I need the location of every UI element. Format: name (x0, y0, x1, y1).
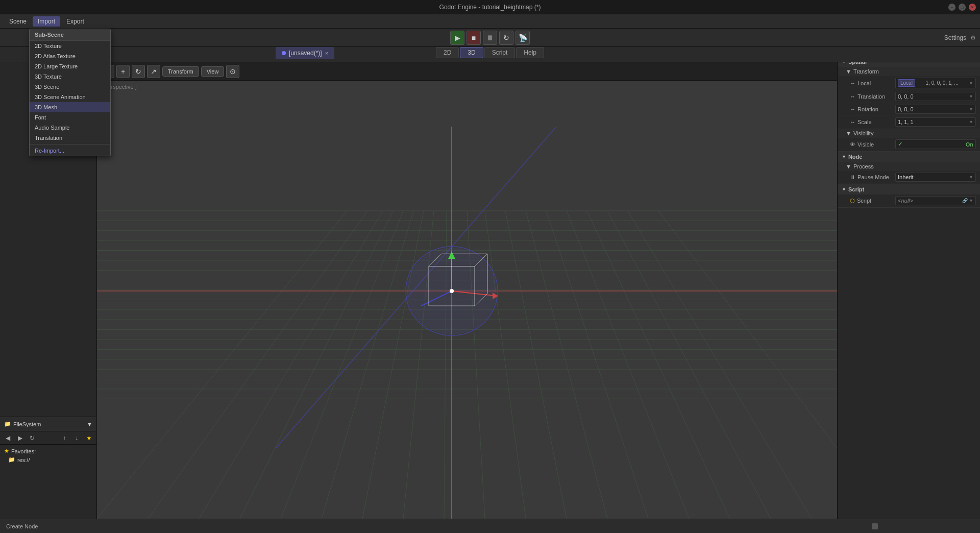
dropdown-2d-texture[interactable]: 2D Texture (30, 41, 110, 51)
translation-value[interactable]: 0, 0, 0 ▼ (895, 92, 976, 101)
node-section-header[interactable]: ▼ Node (838, 152, 980, 162)
pause-mode-expand-icon[interactable]: ▼ (969, 175, 973, 180)
pause-mode-value-text: Inherit (898, 174, 914, 180)
dropdown-divider (30, 144, 110, 144)
translation-label: ↔ Translation (850, 93, 893, 100)
scale-expand-icon[interactable]: ▼ (969, 119, 973, 125)
transform-button[interactable]: Transform (162, 66, 199, 77)
pause-button[interactable]: ⏸ (483, 31, 497, 45)
local-badge: Local (898, 79, 915, 87)
restore-button[interactable]: □ (959, 4, 966, 11)
pause-mode-prop-row: ⏸ Pause Mode Inherit ▼ (838, 171, 980, 184)
local-expand-icon[interactable]: ▼ (969, 81, 973, 86)
script-link-icon[interactable]: 🔗 (962, 198, 968, 203)
mode-help[interactable]: Help (516, 47, 544, 58)
script-value-text: <null> (898, 198, 913, 204)
fs-back-btn[interactable]: ◀ (2, 432, 13, 444)
transform-label: Transform (853, 68, 879, 75)
visible-on-icon: ✓ (898, 141, 902, 148)
translation-expand-icon[interactable]: ▼ (969, 94, 973, 99)
script-prop-icon: ⬡ (850, 198, 855, 204)
visible-label: 👁 Visible (850, 141, 893, 148)
dropdown-3d-scene[interactable]: 3D Scene (30, 82, 110, 92)
settings-icon[interactable]: ⚙ (970, 34, 976, 41)
node-section: ▼ Node ▼ Process ⏸ Pause Mode Inherit ▼ (838, 152, 980, 184)
view-button[interactable]: View (201, 66, 225, 77)
fs-nav-down-btn[interactable]: ↓ (71, 432, 82, 444)
minimize-button[interactable]: − (948, 4, 955, 11)
folder-icon: 📁 (8, 456, 15, 463)
fs-toolbar: ◀ ▶ ↻ ↑ ↓ ★ (0, 431, 96, 445)
fs-favorites-btn[interactable]: ★ (83, 432, 94, 444)
rotation-prop-row: ↔ Rotation 0, 0, 0 ▼ (838, 103, 980, 116)
dropdown-2d-atlas-texture[interactable]: 2D Atlas Texture (30, 51, 110, 61)
script-expand-icon[interactable]: ▼ (969, 198, 973, 203)
window-title: Godot Engine - tutorial_heightmap (*) (439, 4, 541, 11)
local-value[interactable]: Local 1, 0, 0, 0, 1, ... ▼ (895, 78, 976, 88)
script-section: ▼ Script ⬡ Script <null> 🔗 ▼ (838, 184, 980, 208)
svg-point-56 (450, 289, 454, 293)
dropdown-3d-texture[interactable]: 3D Texture (30, 71, 110, 82)
script-value[interactable]: <null> 🔗 ▼ (895, 196, 976, 205)
mode-script[interactable]: Script (484, 47, 516, 58)
transform-header[interactable]: ▼ Transform (838, 67, 980, 76)
fs-nav-up-btn[interactable]: ↑ (59, 432, 70, 444)
spatial-section: ▼ Spatial ▼ Transform ↔ Local Local 1, 0… (838, 57, 980, 152)
process-header[interactable]: ▼ Process (838, 162, 980, 171)
scale-value[interactable]: 1, 1, 1 ▼ (895, 117, 976, 127)
close-button[interactable]: × (969, 4, 976, 11)
favorites-star-icon: ★ (4, 448, 9, 454)
tab-close-button[interactable]: × (325, 50, 328, 56)
inspector-content: ▼ Spatial ▼ Transform ↔ Local Local 1, 0… (838, 55, 980, 533)
fs-header: 📁 FileSystem ▼ (0, 417, 96, 431)
mode-2d[interactable]: 2D (436, 47, 459, 58)
visibility-header[interactable]: ▼ Visibility (838, 129, 980, 138)
viewport-settings-button[interactable]: ⊙ (226, 65, 239, 78)
signal-button[interactable]: 📡 (516, 31, 530, 45)
script-section-header[interactable]: ▼ Script (838, 184, 980, 195)
dropdown-3d-mesh[interactable]: 3D Mesh (30, 102, 110, 112)
status-indicator (872, 523, 878, 529)
loop-button[interactable]: ↻ (499, 31, 513, 45)
pause-mode-value[interactable]: Inherit ▼ (895, 173, 976, 182)
main-toolbar: ▶ ■ ⏸ ↻ 📡 (0, 29, 980, 47)
dropdown-translation[interactable]: Translation (30, 133, 110, 143)
local-prop-row: ↔ Local Local 1, 0, 0, 0, 1, ... ▼ (838, 76, 980, 90)
translation-prop-row: ↔ Translation 0, 0, 0 ▼ (838, 90, 980, 103)
dropdown-3d-scene-animation[interactable]: 3D Scene Animation (30, 92, 110, 102)
window-controls[interactable]: − □ × (948, 4, 976, 11)
dropdown-font[interactable]: Font (30, 112, 110, 123)
right-panel: Inspector ▼ ◀ ▶ ↻ 🔒 ⚙ Property Value ▼ S… (837, 14, 980, 533)
fs-title: FileSystem (13, 421, 41, 427)
dropdown-audio-sample[interactable]: Audio Sample (30, 123, 110, 133)
viewport-3d[interactable]: ✥ + ↻ ↗ Transform View ⊙ [ Perspective ] (97, 62, 837, 519)
rotate-tool-button[interactable]: ↻ (132, 65, 145, 78)
visible-prop-row: 👁 Visible ✓ On (838, 138, 980, 151)
visibility-label: Visibility (853, 130, 874, 136)
play-button[interactable]: ▶ (450, 31, 464, 45)
status-label[interactable]: Create Node (6, 523, 38, 529)
grid-background (97, 62, 837, 519)
mode-3d[interactable]: 3D (460, 47, 483, 58)
fs-icon: 📁 (4, 421, 11, 427)
fs-expand-arrow[interactable]: ▼ (87, 421, 92, 427)
viewport-toolbar: ✥ + ↻ ↗ Transform View ⊙ (97, 62, 837, 81)
menu-export[interactable]: Export (61, 16, 89, 27)
visible-value[interactable]: ✓ On (895, 139, 976, 149)
pause-mode-prop-icon: ⏸ (850, 174, 855, 180)
fs-forward-btn[interactable]: ▶ (14, 432, 26, 444)
stop-button[interactable]: ■ (467, 31, 481, 45)
menu-import[interactable]: Import (33, 16, 60, 27)
add-tool-button[interactable]: + (116, 65, 130, 78)
menu-scene[interactable]: Scene (4, 16, 32, 27)
dropdown-2d-large-texture[interactable]: 2D Large Texture (30, 61, 110, 71)
pause-mode-label: ⏸ Pause Mode (850, 174, 893, 180)
fs-refresh-btn[interactable]: ↻ (27, 432, 38, 444)
fs-res[interactable]: 📁 res:// (4, 455, 92, 464)
rotation-value[interactable]: 0, 0, 0 ▼ (895, 105, 976, 114)
connect-tool-button[interactable]: ↗ (147, 65, 160, 78)
rotation-expand-icon[interactable]: ▼ (969, 107, 973, 112)
dropdown-reimport[interactable]: Re-Import... (30, 146, 110, 156)
unsaved-tab[interactable]: [unsaved(*)] × (276, 47, 334, 59)
settings-label[interactable]: Settings (944, 34, 966, 41)
